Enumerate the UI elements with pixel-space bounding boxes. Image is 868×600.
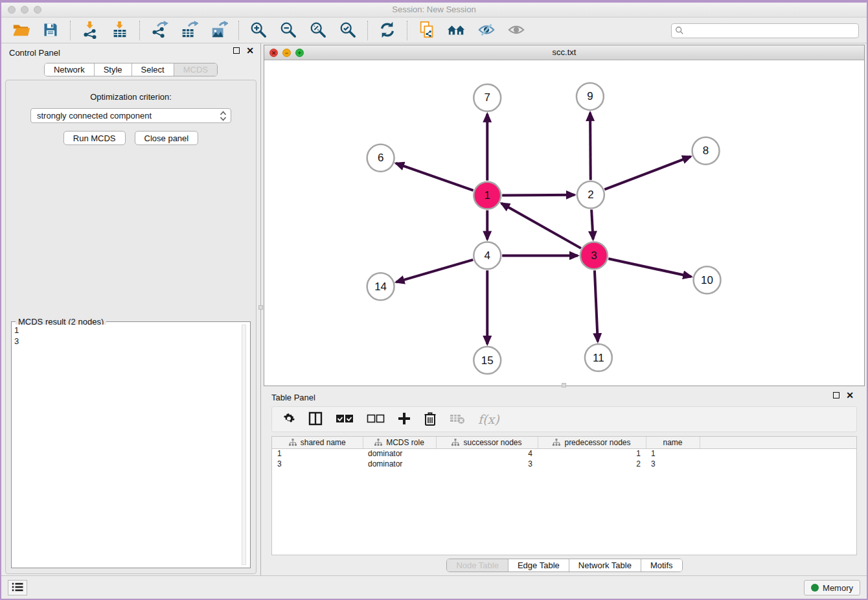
delete-column-button[interactable] [424,411,437,428]
table-cell[interactable]: 3 [272,459,363,469]
table-panel: Table Panel ✕ [264,388,865,575]
optimization-criterion-label: Optimization criterion: [6,92,256,102]
columns-icon [308,411,323,428]
float-table-panel-icon[interactable] [833,392,839,398]
node-label-2: 2 [588,189,593,201]
tab-node-table[interactable]: Node Table [447,559,508,571]
edge-3-10[interactable] [608,259,691,277]
table-cell[interactable]: dominator [363,448,436,459]
column-header-MCDS-role[interactable]: MCDS role [363,437,436,448]
export-table-button[interactable] [179,20,200,41]
import-table-button[interactable] [109,20,130,41]
result-scrollbar[interactable] [242,325,246,565]
zoom-out-button[interactable] [278,20,299,41]
table-cell[interactable]: 2 [538,459,646,469]
column-header-predecessor-nodes[interactable]: predecessor nodes [538,437,646,448]
tab-edge-table[interactable]: Edge Table [508,559,569,571]
table-cell[interactable]: 1 [272,448,363,459]
column-header-shared-name[interactable]: shared name [272,437,363,448]
open-session-button[interactable] [10,20,31,41]
apply-layout-button[interactable] [377,20,398,41]
column-header-successor-nodes[interactable]: successor nodes [436,437,538,448]
table-cell[interactable]: 3 [646,459,700,469]
tab-style[interactable]: Style [95,63,132,76]
table-panel-title: Table Panel [271,393,315,402]
close-panel-icon[interactable]: ✕ [246,47,254,54]
float-panel-icon[interactable] [233,47,240,54]
deselect-all-button[interactable] [367,411,385,428]
table-cell[interactable]: 1 [646,448,700,459]
table-settings-button[interactable] [282,411,295,428]
criterion-select[interactable]: strongly connected component [30,108,231,123]
node-label-11: 11 [593,352,604,364]
edge-1-6[interactable] [396,163,473,190]
houses-button[interactable] [446,20,467,41]
edge-2-3[interactable] [591,210,593,240]
tab-network[interactable]: Network [45,63,95,76]
show-columns-button[interactable] [308,411,323,428]
table-cell[interactable]: dominator [363,459,436,469]
export-network-button[interactable] [149,20,170,41]
node-label-3: 3 [591,249,597,262]
zoom-in-icon [249,21,268,41]
zoom-in-button[interactable] [248,20,269,41]
delete-table-button [450,411,465,428]
node-table: shared nameMCDS rolesuccessor nodesprede… [271,436,857,555]
clone-network-button[interactable] [417,20,437,41]
splitter-handle[interactable] [562,383,566,387]
table-toolbar: f(x) [271,406,857,432]
table-cell[interactable]: 4 [436,448,538,459]
table-panel-tabs: Node TableEdge TableNetwork TableMotifs [446,559,682,572]
node-label-9: 9 [587,90,593,102]
add-column-button[interactable] [398,411,411,428]
edge-3-1[interactable] [501,203,581,248]
houses-icon [447,21,466,41]
tab-select[interactable]: Select [132,63,174,76]
tab-motifs[interactable]: Motifs [641,559,682,571]
table-delete-icon [450,413,465,426]
open-folder-icon [12,21,30,41]
control-panel-tabs: NetworkStyleSelectMCDS [44,63,218,76]
control-panel: Control Panel ✕ NetworkStyleSelectMCDS O… [1,43,261,579]
memory-button[interactable]: Memory [804,580,860,595]
zoom-fit-button[interactable] [308,20,328,41]
task-history-button[interactable] [8,580,27,595]
close-table-panel-icon[interactable]: ✕ [846,392,854,398]
edge-2-9[interactable] [590,113,591,180]
import-network-icon [81,21,99,41]
import-network-button[interactable] [80,20,100,41]
node-label-7: 7 [485,91,490,104]
table-cell[interactable]: 3 [436,459,538,469]
column-header-name[interactable]: name [646,437,700,448]
hide-eye-button[interactable] [476,20,497,41]
gear-icon [282,412,295,427]
network-view-window: ✕ − + scc.txt 1234678910111415 [264,45,865,386]
export-image-button[interactable] [209,20,229,41]
search-icon [675,26,684,37]
edge-3-11[interactable] [595,270,598,341]
zoom-selected-button[interactable] [337,20,358,41]
run-mcds-button[interactable]: Run MCDS [63,131,126,145]
criterion-value: strongly connected component [37,111,152,121]
edge-2-8[interactable] [604,157,691,190]
trash-icon [424,411,437,428]
vertical-splitter-handle[interactable] [258,305,263,310]
select-all-button[interactable] [336,411,354,428]
edge-4-14[interactable] [396,260,474,283]
network-canvas[interactable]: 1234678910111415 [264,60,864,386]
tree-icon [374,439,382,446]
close-panel-button[interactable]: Close panel [135,131,199,145]
save-floppy-icon [42,21,59,40]
search-input[interactable] [671,23,859,38]
table-row[interactable]: 3dominator323 [272,459,856,469]
list-icon [12,582,23,594]
save-session-button[interactable] [40,20,61,41]
table-cell[interactable]: 1 [538,448,646,459]
tab-network-table[interactable]: Network Table [569,559,641,571]
table-row[interactable]: 1dominator411 [272,448,856,459]
edge-1-2[interactable] [502,195,575,196]
memory-status-icon [811,584,819,592]
show-eye-button [506,20,527,41]
network-window-titlebar[interactable]: ✕ − + scc.txt [264,45,864,60]
tab-mcds[interactable]: MCDS [174,63,217,76]
